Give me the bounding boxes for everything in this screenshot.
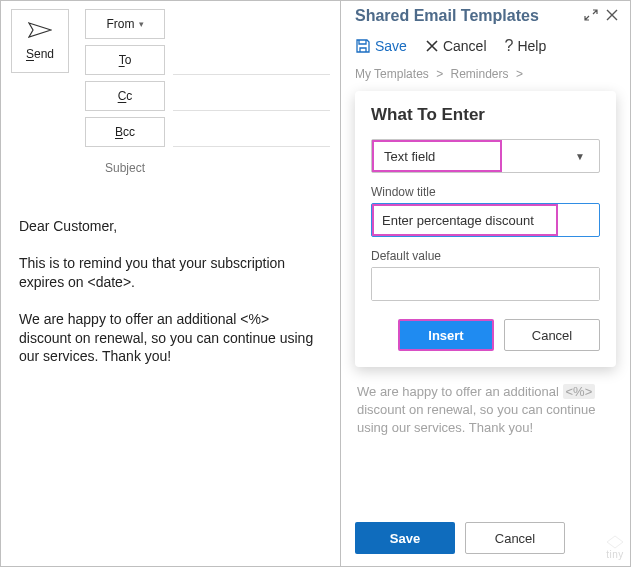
window-title-input[interactable] [372,204,599,236]
body-para-1: This is to remind you that your subscrip… [19,254,324,292]
popout-icon[interactable] [584,9,598,24]
field-type-select[interactable]: Text field ▼ [371,139,600,173]
pane-title: Shared Email Templates [355,7,539,25]
bcc-field[interactable] [173,117,330,147]
footer-save-button[interactable]: Save [355,522,455,554]
insert-button[interactable]: Insert [398,319,494,351]
to-field[interactable] [173,45,330,75]
toolbar-help-button[interactable]: ? Help [505,37,547,55]
toolbar-cancel-button[interactable]: Cancel [425,38,487,54]
breadcrumb-item[interactable]: My Templates [355,67,429,81]
default-value-input[interactable] [372,268,599,300]
placeholder-token: <%> [563,384,596,399]
cc-field[interactable] [173,81,330,111]
email-body[interactable]: Dear Customer, This is to remind you tha… [1,187,340,382]
toolbar-save-button[interactable]: Save [355,38,407,54]
template-preview: We are happy to offer an additional <%> … [341,377,630,444]
close-icon[interactable] [606,9,618,24]
cc-button[interactable]: Cc [85,81,165,111]
send-button[interactable]: Send [11,9,69,73]
templates-pane: Shared Email Templates Save [341,1,630,566]
chevron-down-icon: ▾ [139,19,144,29]
breadcrumb-item[interactable]: Reminders [451,67,509,81]
dialog-cancel-button[interactable]: Cancel [504,319,600,351]
chevron-down-icon: ▼ [561,151,599,162]
send-icon [28,22,52,41]
help-icon: ? [505,37,514,55]
toolbar: Save Cancel ? Help [341,31,630,63]
dialog-title: What To Enter [371,105,600,125]
subject-label: Subject [85,161,165,175]
field-type-value: Text field [372,149,447,164]
window-title-label: Window title [371,185,600,199]
save-icon [355,38,371,54]
from-button[interactable]: From ▾ [85,9,165,39]
what-to-enter-dialog: What To Enter Text field ▼ Window title … [355,91,616,367]
body-para-2: We are happy to offer an additional <%> … [19,310,324,367]
breadcrumb: My Templates > Reminders > [341,63,630,87]
compose-pane: Send From ▾ To Cc [1,1,341,566]
to-button[interactable]: To [85,45,165,75]
send-label: end [34,47,54,61]
subject-field[interactable] [165,157,330,179]
body-greeting: Dear Customer, [19,217,324,236]
cancel-icon [425,39,439,53]
bcc-button[interactable]: Bcc [85,117,165,147]
footer-cancel-button[interactable]: Cancel [465,522,565,554]
default-value-label: Default value [371,249,600,263]
